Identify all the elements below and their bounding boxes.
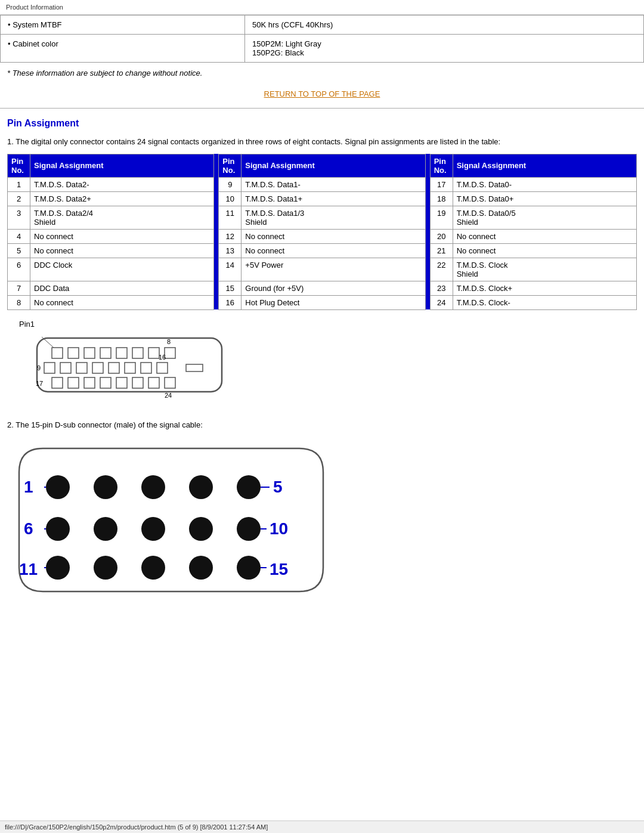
signal-assign: DDC Clock <box>30 258 214 281</box>
col-sep <box>425 243 430 258</box>
pin-num: 20 <box>430 229 453 243</box>
pin-num: 11 <box>219 206 242 229</box>
pin-num: 1 <box>8 177 30 191</box>
signal-assign: T.M.D.S. Data1- <box>242 177 425 191</box>
table-row: 6DDC Clock14+5V Power22T.M.D.S. ClockShi… <box>8 258 637 281</box>
svg-point-46 <box>237 556 261 580</box>
col-header-sig3: Signal Assignment <box>453 154 636 177</box>
col-sep <box>425 258 430 281</box>
col-sep <box>214 258 219 281</box>
svg-rect-0 <box>37 338 222 392</box>
section-divider <box>0 108 644 109</box>
svg-rect-13 <box>92 363 103 373</box>
table-row: • System MTBF 50K hrs (CCFL 40Khrs) <box>1 16 644 35</box>
svg-rect-15 <box>125 363 135 373</box>
col-sep <box>425 281 430 295</box>
svg-point-41 <box>237 517 261 541</box>
svg-point-32 <box>46 475 70 499</box>
svg-rect-16 <box>141 363 151 373</box>
col-sep <box>214 229 219 243</box>
svg-rect-2 <box>68 348 79 358</box>
svg-rect-22 <box>68 377 79 388</box>
col-sep <box>425 206 430 229</box>
svg-text:9: 9 <box>37 364 41 371</box>
svg-point-34 <box>141 475 165 499</box>
svg-rect-10 <box>44 363 55 373</box>
pin-assignment-description: 1. The digital only connector contains 2… <box>7 136 637 148</box>
pin-num: 24 <box>430 295 453 309</box>
pin-num: 12 <box>219 229 242 243</box>
dvi-connector-svg: 8 9 16 <box>19 331 246 408</box>
signal-assign: No connect <box>242 229 425 243</box>
pin-num: 4 <box>8 229 30 243</box>
pin-num: 6 <box>8 258 30 281</box>
svg-point-44 <box>141 556 165 580</box>
svg-point-35 <box>189 475 213 499</box>
cabinet-color-value: 150P2M: Light Gray150P2G: Black <box>245 35 644 63</box>
pin-num: 17 <box>430 177 453 191</box>
svg-rect-14 <box>109 363 119 373</box>
svg-text:5: 5 <box>273 478 283 496</box>
svg-rect-11 <box>60 363 71 373</box>
product-info-table: • System MTBF 50K hrs (CCFL 40Khrs) • Ca… <box>0 15 644 63</box>
col-header-pin3: PinNo. <box>430 154 453 177</box>
pin-assignment-title: Pin Assignment <box>7 118 637 129</box>
table-row: 4No connect12No connect20No connect <box>8 229 637 243</box>
svg-text:24: 24 <box>165 392 172 399</box>
col-sep <box>214 191 219 206</box>
pin-num: 18 <box>430 191 453 206</box>
col-header-pin1: PinNo. <box>8 154 30 177</box>
dsub-section: 2. The 15-pin D-sub connector (male) of … <box>7 420 637 611</box>
col-sep <box>425 229 430 243</box>
mtbf-label: • System MTBF <box>1 16 245 35</box>
pin-num: 21 <box>430 243 453 258</box>
signal-assign: T.M.D.S. Data1/3Shield <box>242 206 425 229</box>
pin-num: 5 <box>8 243 30 258</box>
pin-num: 15 <box>219 281 242 295</box>
breadcrumb: Product Information <box>0 0 644 15</box>
signal-assign: T.M.D.S. Data2/4Shield <box>30 206 214 229</box>
table-row: 7DDC Data15Ground (for +5V)23T.M.D.S. Cl… <box>8 281 637 295</box>
svg-point-43 <box>94 556 117 580</box>
svg-text:8: 8 <box>167 338 171 345</box>
pin-num: 13 <box>219 243 242 258</box>
signal-assign: No connect <box>453 229 636 243</box>
footer-bar: file:///D|/Grace/150P2/english/150p2m/pr… <box>0 820 644 833</box>
table-row: • Cabinet color 150P2M: Light Gray150P2G… <box>1 35 644 63</box>
pin-num: 14 <box>219 258 242 281</box>
signal-assign: Ground (for +5V) <box>242 281 425 295</box>
svg-rect-1 <box>52 348 63 358</box>
svg-point-39 <box>141 517 165 541</box>
pin-num: 22 <box>430 258 453 281</box>
pin-num: 2 <box>8 191 30 206</box>
signal-assign: +5V Power <box>242 258 425 281</box>
col-sep-1 <box>214 154 219 177</box>
return-to-top-link[interactable]: RETURN TO TOP OF THE PAGE <box>264 89 380 98</box>
svg-text:15: 15 <box>270 560 288 578</box>
svg-rect-8 <box>165 348 175 358</box>
col-sep <box>425 295 430 309</box>
svg-rect-4 <box>100 348 111 358</box>
signal-assign: T.M.D.S. Data0+ <box>453 191 636 206</box>
col-sep-2 <box>425 154 430 177</box>
svg-point-37 <box>46 517 70 541</box>
return-link-container: RETURN TO TOP OF THE PAGE <box>0 89 644 98</box>
pin-num: 23 <box>430 281 453 295</box>
svg-point-45 <box>189 556 213 580</box>
svg-rect-6 <box>132 348 143 358</box>
col-sep <box>214 295 219 309</box>
col-sep <box>425 191 430 206</box>
svg-text:6: 6 <box>24 519 33 538</box>
pin-num: 16 <box>219 295 242 309</box>
pin-num: 10 <box>219 191 242 206</box>
col-header-sig1: Signal Assignment <box>30 154 214 177</box>
svg-text:11: 11 <box>19 560 38 578</box>
pin-num: 9 <box>219 177 242 191</box>
pin-num: 3 <box>8 206 30 229</box>
signal-assign: No connect <box>30 295 214 309</box>
signal-assign: No connect <box>242 243 425 258</box>
signal-assign: T.M.D.S. Data2+ <box>30 191 214 206</box>
signal-assign: No connect <box>453 243 636 258</box>
svg-rect-24 <box>100 377 111 388</box>
svg-text:17: 17 <box>36 380 43 387</box>
